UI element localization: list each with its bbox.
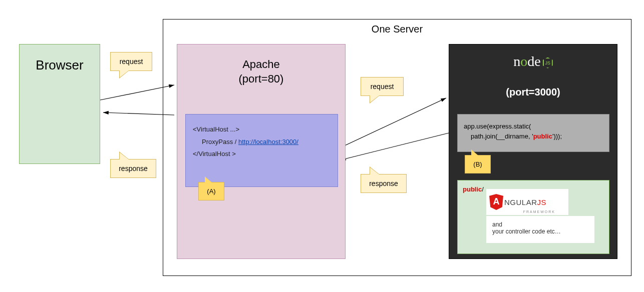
node-logo-d: d: [527, 54, 534, 69]
callout-response-1: response: [110, 159, 156, 178]
express-static-code-box: app.use(express.static( path.join(__dirn…: [457, 114, 609, 152]
node-logo-n: n: [513, 54, 520, 69]
vhost-open: <VirtualHost ...>: [193, 124, 331, 136]
angularjs-card: A NGULARJS FRAMEWORK: [486, 189, 568, 215]
vhost-proxypass-line: ProxyPass / http://localhost:3000/: [193, 136, 331, 148]
node-port-label: (port=3000): [449, 86, 617, 98]
apache-title: Apache (port=80): [177, 58, 345, 86]
express-line2-public: public: [533, 132, 552, 140]
public-label: public: [463, 186, 482, 193]
callout-response-2-text: response: [369, 180, 398, 188]
callout-b-text: (B): [473, 160, 482, 168]
angular-text: NGULARJS: [504, 198, 546, 206]
callout-a-text: (A): [207, 188, 215, 195]
proxypass-label: ProxyPass /: [202, 138, 238, 146]
callout-request-2-text: request: [371, 82, 394, 90]
controller-note-card: and your controller code etc…: [486, 216, 594, 243]
callout-marker-b: (B): [465, 155, 491, 174]
proxypass-url[interactable]: http://localhost:3000/: [238, 138, 298, 146]
callout-response-1-text: response: [119, 164, 148, 172]
express-line1: app.use(express.static(: [464, 122, 603, 132]
apache-title-line2: (port=80): [239, 72, 284, 85]
node-logo-js-hex-icon: JS: [543, 58, 553, 68]
angular-sub: FRAMEWORK: [523, 210, 555, 214]
node-logo-e: e: [534, 54, 540, 69]
angular-text-js: JS: [537, 198, 547, 206]
server-title: One Server: [163, 24, 631, 35]
callout-response-2: response: [361, 174, 407, 193]
express-line2: path.join(__dirname, 'public')));: [464, 132, 603, 142]
public-slash: /: [482, 186, 484, 193]
vhost-close: </VirtualHost >: [193, 148, 331, 160]
node-logo: nodeJS: [449, 54, 617, 70]
express-line2-post: ')));: [552, 132, 562, 140]
angular-shield-icon: A: [489, 194, 503, 210]
controller-note-line1: and: [492, 221, 588, 228]
express-line2-pre: path.join(__dirname, ': [471, 132, 533, 140]
angular-text-ngular: NGULAR: [504, 198, 537, 206]
apache-title-line1: Apache: [242, 58, 280, 70]
callout-request-2: request: [361, 77, 404, 96]
callout-request-1-text: request: [120, 58, 143, 66]
node-logo-o: o: [520, 54, 527, 69]
browser-title: Browser: [20, 58, 100, 73]
callout-marker-a: (A): [198, 182, 224, 200]
browser-box: Browser: [19, 44, 100, 164]
callout-request-1: request: [110, 52, 152, 71]
controller-note-line2: your controller code etc…: [492, 228, 588, 235]
